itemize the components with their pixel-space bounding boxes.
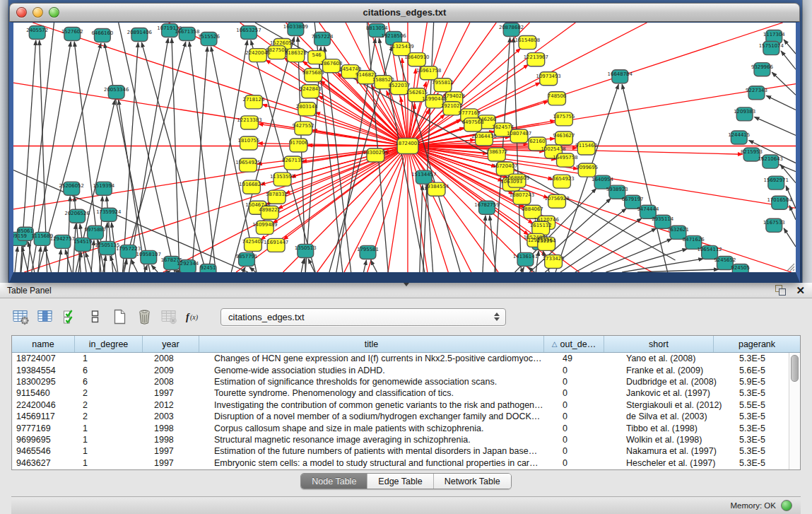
table-cell[interactable]: 2003 (150, 411, 210, 421)
table-cell[interactable]: Embryonic stem cells: a model to study s… (210, 458, 558, 468)
table-cell[interactable]: 2008 (150, 354, 210, 363)
window-resize-grip[interactable] (786, 262, 795, 271)
table-row[interactable]: 977716911998Corpus callosum shape and si… (12, 422, 800, 433)
table-row[interactable]: 1938455462009Genome-wide association stu… (12, 364, 800, 375)
table-row[interactable]: 1456911722003Disruption of a novel membe… (12, 411, 800, 422)
table-settings-icon[interactable] (11, 308, 30, 327)
function-builder-icon[interactable]: f (x) (184, 308, 204, 327)
table-cell[interactable]: 6 (78, 377, 150, 387)
table-cell[interactable]: Structural magnetic resonance image aver… (210, 435, 558, 445)
table-cell[interactable]: 9777169 (12, 424, 78, 433)
table-cell[interactable]: Changes of HCN gene expression and I(f) … (210, 354, 558, 363)
table-row[interactable]: 946554611997Estimation of the future num… (12, 445, 800, 457)
table-cell[interactable]: 0 (558, 458, 622, 468)
table-row[interactable]: 1830029562008Estimation of significance … (12, 376, 800, 387)
minimize-window-button[interactable] (33, 7, 43, 18)
table-cell[interactable]: 2009 (150, 366, 210, 375)
table-cell[interactable]: Investigating the contribution of common… (210, 400, 558, 410)
memory-status-indicator[interactable] (781, 500, 792, 511)
table-cell[interactable]: 2008 (150, 377, 210, 387)
table-cell[interactable]: Jankovic et al. (1997) (622, 388, 735, 398)
table-cell[interactable]: 18724007 (12, 354, 78, 363)
network-window-titlebar[interactable]: citations_edges.txt (9, 3, 800, 22)
tab-edge-table[interactable]: Edge Table (367, 474, 433, 489)
table-cell[interactable]: 1997 (150, 458, 210, 468)
table-cell[interactable]: 0 (558, 446, 622, 456)
table-cell[interactable]: 0 (558, 424, 622, 433)
column-header-out_de[interactable]: △out_de… (544, 336, 604, 352)
table-cell[interactable]: Estimation of the future numbers of pati… (210, 446, 558, 456)
table-cell[interactable]: de Silva et al. (2003) (622, 411, 735, 421)
table-cell[interactable]: 1998 (150, 435, 210, 445)
table-cell[interactable]: Wolkin et al. (1998) (622, 435, 735, 445)
table-cell[interactable]: 2 (78, 388, 150, 398)
table-cell[interactable]: 9115460 (12, 388, 78, 398)
table-cell[interactable]: Disruption of a novel member of a sodium… (210, 411, 558, 421)
tab-node-table[interactable]: Node Table (301, 474, 367, 489)
table-column-icon[interactable] (36, 308, 55, 327)
table-cell[interactable]: Stergiakouli et al. (2012) (622, 400, 735, 410)
column-header-title[interactable]: title (199, 336, 544, 352)
table-cell[interactable]: 0 (558, 411, 622, 421)
table-cell[interactable]: 6 (78, 366, 150, 375)
table-cell[interactable]: 49 (558, 354, 622, 363)
table-row[interactable]: 969969511998Structural magnetic resonanc… (12, 434, 800, 445)
table-cell[interactable]: 0 (558, 377, 622, 387)
table-cell[interactable]: 2 (78, 411, 150, 421)
table-cell[interactable]: 1998 (150, 424, 210, 433)
table-cell[interactable]: 1 (78, 435, 150, 445)
table-cell[interactable]: Tibbo et al. (1998) (622, 424, 735, 433)
table-cell[interactable]: 2012 (150, 400, 210, 410)
column-header-pagerank[interactable]: pagerank (714, 336, 800, 352)
network-view[interactable]: 2405572152760264661602089140610719135166… (13, 23, 796, 272)
delete-table-icon[interactable] (160, 308, 179, 327)
column-header-short[interactable]: short (604, 336, 714, 352)
table-cell[interactable]: Nakamura et al. (1997) (622, 446, 735, 456)
table-cell[interactable]: 2 (78, 400, 150, 410)
table-cell[interactable]: Yano et al. (2008) (622, 354, 735, 363)
table-cell[interactable]: 1 (78, 446, 150, 456)
tab-network-table[interactable]: Network Table (434, 474, 511, 489)
table-cell[interactable]: 1997 (150, 446, 210, 456)
select-rows-icon[interactable] (61, 308, 80, 327)
column-header-in_degree[interactable]: in_degree (75, 336, 143, 352)
table-cell[interactable]: Tourette syndrome. Phenomenology and cla… (210, 388, 558, 398)
table-row[interactable]: 911546021997Tourette syndrome. Phenomeno… (12, 387, 800, 399)
column-header-name[interactable]: name (12, 336, 75, 352)
table-cell[interactable]: 9463627 (12, 458, 78, 468)
table-cell[interactable]: 1 (78, 354, 150, 363)
splitter-handle-icon[interactable] (404, 283, 409, 286)
table-cell[interactable]: 18300295 (12, 377, 78, 387)
close-panel-icon[interactable]: ✕ (796, 285, 805, 296)
table-cell[interactable]: Corpus callosum shape and size in male p… (210, 424, 558, 433)
table-cell[interactable]: Franke et al. (2009) (622, 366, 735, 375)
row-height-icon[interactable] (86, 308, 105, 327)
table-cell[interactable]: 22420046 (12, 400, 78, 410)
table-cell[interactable]: 0 (558, 366, 622, 375)
table-cell[interactable]: 19384554 (12, 366, 78, 375)
table-selector-dropdown[interactable]: citations_edges.txt (220, 308, 506, 326)
zoom-window-button[interactable] (49, 7, 59, 18)
table-cell[interactable]: 14569117 (12, 411, 78, 421)
float-panel-icon[interactable] (775, 285, 786, 296)
table-vertical-scrollbar[interactable] (789, 353, 800, 469)
table-cell[interactable]: 0 (558, 400, 622, 410)
table-panel-titlebar[interactable]: Table Panel ✕ (0, 283, 812, 298)
new-document-icon[interactable] (110, 308, 129, 327)
close-window-button[interactable] (16, 7, 27, 18)
table-cell[interactable]: Genome-wide association studies in ADHD. (210, 366, 558, 375)
table-row[interactable]: 2242004622012Investigating the contribut… (12, 399, 800, 411)
table-cell[interactable]: 9465546 (12, 446, 78, 456)
scrollbar-thumb[interactable] (791, 355, 799, 382)
table-row[interactable]: 946362711997Embryonic stem cells: a mode… (12, 457, 800, 469)
table-cell[interactable]: 1 (78, 458, 150, 468)
table-cell[interactable]: Estimation of significance thresholds fo… (210, 377, 558, 387)
table-cell[interactable]: Dudbridge et al. (2008) (622, 377, 735, 387)
table-cell[interactable]: 1 (78, 424, 150, 433)
table-cell[interactable]: 9699695 (12, 435, 78, 445)
delete-trash-icon[interactable] (135, 308, 154, 327)
column-header-year[interactable]: year (143, 336, 199, 352)
table-row[interactable]: 1872400712008Changes of HCN gene express… (12, 353, 800, 364)
table-cell[interactable]: 1997 (150, 388, 210, 398)
table-cell[interactable]: Hescheler et al. (1997) (622, 458, 735, 468)
